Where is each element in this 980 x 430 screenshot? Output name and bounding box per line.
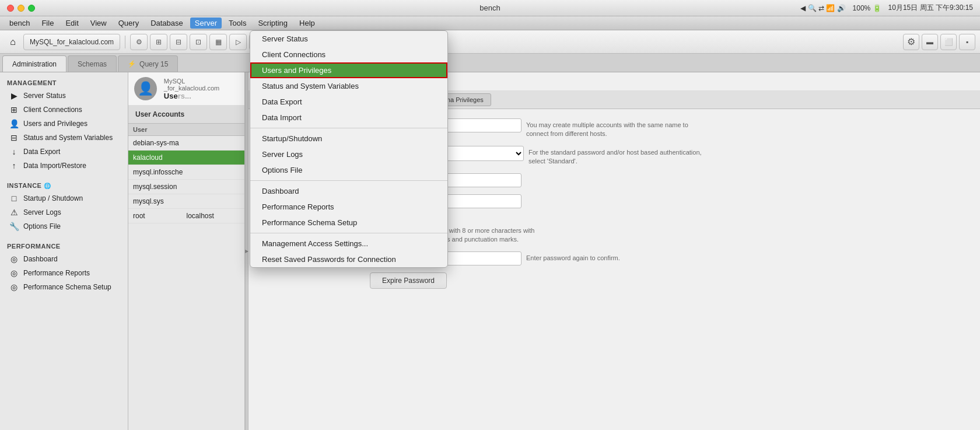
- sidebar-item-dashboard[interactable]: ◎ Dashboard: [0, 252, 128, 266]
- dropdown-status-variables[interactable]: Status and System Variables: [250, 78, 447, 94]
- layout-btn-2[interactable]: ⬜: [940, 34, 957, 50]
- menu-scripting[interactable]: Scripting: [253, 18, 292, 29]
- minimize-button[interactable]: [18, 5, 24, 12]
- sidebar-item-status-variables[interactable]: ⊟ Status and System Variables: [0, 131, 128, 145]
- system-icons: ◀ 🔍 ⇄ 📶 🔊: [800, 4, 845, 12]
- menu-query[interactable]: Query: [114, 18, 144, 29]
- menu-tools[interactable]: Tools: [224, 18, 251, 29]
- dropdown-sep-1: [250, 128, 447, 128]
- sidebar-item-users-privileges[interactable]: 👤 Users and Privileges: [0, 117, 128, 131]
- dropdown-startup-shutdown[interactable]: Startup/Shutdown: [250, 131, 447, 146]
- header-text: MySQL_for_kalacloud.com Users...: [164, 78, 239, 100]
- perf-reports-label: Performance Reports: [23, 269, 90, 277]
- username-kalacloud: kalacloud: [133, 153, 240, 162]
- dropdown-sep-3: [250, 233, 447, 233]
- performance-title: PERFORMANCE: [0, 240, 128, 252]
- query-lightning-icon: ⚡: [128, 60, 136, 68]
- menu-view[interactable]: View: [86, 18, 111, 29]
- dropdown-server-logs[interactable]: Server Logs: [250, 146, 447, 162]
- menubar: bench File Edit View Query Database Serv…: [0, 16, 980, 30]
- dropdown-management-access[interactable]: Management Access Settings...: [250, 236, 447, 251]
- dropdown-options-file[interactable]: Options File: [250, 162, 447, 178]
- dropdown-data-export[interactable]: Data Export: [250, 94, 447, 110]
- toolbar: ⌂ MySQL_for_kalacloud.com ⚙ ⊞ ⊟ ⊡ ▦ ▷ ⬡ …: [0, 30, 980, 54]
- menu-bench[interactable]: bench: [5, 18, 34, 29]
- tab-schemas[interactable]: Schemas: [68, 55, 117, 72]
- connection-selector[interactable]: MySQL_for_kalacloud.com: [23, 34, 120, 50]
- logs-icon: ⚠: [9, 208, 19, 217]
- toolbar-right: ⚙ ▬ ⬜ ▪: [903, 34, 975, 50]
- menu-server[interactable]: Server: [190, 18, 222, 29]
- expire-row: Expire Password: [260, 272, 968, 289]
- menu-file[interactable]: File: [37, 18, 58, 29]
- users-icon: 👤: [9, 119, 19, 128]
- dropdown-dashboard[interactable]: Dashboard: [250, 183, 447, 199]
- user-row-mysql-sys[interactable]: mysql.sys: [128, 194, 244, 209]
- user-accounts-header: User Accounts: [128, 106, 244, 124]
- sidebar-item-data-import[interactable]: ↑ Data Import/Restore: [0, 159, 128, 173]
- toolbar-btn-6[interactable]: ▷: [229, 34, 247, 50]
- menu-database[interactable]: Database: [146, 18, 188, 29]
- instance-title: INSTANCE 🌐: [0, 180, 128, 191]
- user-row-kalacloud[interactable]: kalacloud: [128, 151, 244, 165]
- user-row-debian[interactable]: debian-sys-ma: [128, 136, 244, 151]
- toolbar-btn-3[interactable]: ⊟: [170, 34, 187, 50]
- performance-section: PERFORMANCE ◎ Dashboard ◎ Performance Re…: [0, 236, 128, 296]
- expire-password-button[interactable]: Expire Password: [370, 272, 447, 289]
- username-mysql-info: mysql.infossche: [133, 168, 240, 176]
- dropdown-reset-passwords[interactable]: Reset Saved Passwords for Connection: [250, 251, 447, 267]
- server-status-label: Server Status: [23, 92, 66, 100]
- home-button[interactable]: ⌂: [5, 34, 21, 50]
- user-row-mysql-info[interactable]: mysql.infossche: [128, 165, 244, 180]
- server-status-icon: ▶: [9, 91, 19, 100]
- layout-btn-1[interactable]: ▬: [922, 34, 938, 50]
- toolbar-btn-2[interactable]: ⊞: [150, 34, 167, 50]
- user-col-header: User: [133, 126, 187, 133]
- layout-btn-3[interactable]: ▪: [959, 34, 975, 50]
- dropdown-data-import[interactable]: Data Import: [250, 110, 447, 125]
- traffic-lights[interactable]: [7, 5, 35, 12]
- sidebar-item-data-export[interactable]: ↓ Data Export: [0, 145, 128, 159]
- menu-edit[interactable]: Edit: [61, 18, 83, 29]
- sidebar-item-client-connections[interactable]: ⊞ Client Connections: [0, 103, 128, 117]
- toolbar-separator: [125, 36, 125, 48]
- tab-query15[interactable]: ⚡ Query 15: [118, 55, 178, 72]
- import-icon: ↑: [9, 161, 19, 170]
- client-connections-icon: ⊞: [9, 105, 19, 114]
- sidebar-item-server-logs[interactable]: ⚠ Server Logs: [0, 205, 128, 219]
- close-button[interactable]: [7, 5, 14, 12]
- toolbar-btn-4[interactable]: ⊡: [190, 34, 207, 50]
- auth-type-hint: For the standard password and/or host ba…: [528, 146, 704, 166]
- dropdown-server-status[interactable]: Server Status: [250, 31, 447, 47]
- dropdown-performance-reports[interactable]: Performance Reports: [250, 199, 447, 215]
- user-row-mysql-session[interactable]: mysql.session: [128, 180, 244, 194]
- toolbar-btn-1[interactable]: ⚙: [130, 34, 148, 50]
- host-root: localhost: [187, 212, 240, 220]
- menu-help[interactable]: Help: [295, 18, 320, 29]
- sidebar-item-server-status[interactable]: ▶ Server Status: [0, 89, 128, 103]
- toolbar-btn-5[interactable]: ▦: [209, 34, 227, 50]
- user-row-root[interactable]: root localhost: [128, 209, 244, 223]
- titlebar-right: ◀ 🔍 ⇄ 📶 🔊 100% 🔋 10月15日 周五 下午9:30:15: [800, 3, 973, 13]
- login-name-hint: You may create multiple accounts with th…: [526, 118, 701, 139]
- sidebar-item-options-file[interactable]: 🔧 Options File: [0, 219, 128, 233]
- instance-section: INSTANCE 🌐 □ Startup / Shutdown ⚠ Server…: [0, 175, 128, 236]
- user-list-panel: 👤 MySQL_for_kalacloud.com Users... User …: [128, 72, 245, 430]
- sidebar-item-startup[interactable]: □ Startup / Shutdown: [0, 191, 128, 205]
- dropdown-performance-schema[interactable]: Performance Schema Setup: [250, 215, 447, 230]
- sidebar-item-performance-reports[interactable]: ◎ Performance Reports: [0, 266, 128, 280]
- logs-label: Server Logs: [23, 208, 61, 216]
- dropdown-sep-2: [250, 180, 447, 181]
- import-label: Data Import/Restore: [23, 162, 86, 170]
- management-section: MANAGEMENT ▶ Server Status ⊞ Client Conn…: [0, 72, 128, 175]
- maximize-button[interactable]: [28, 5, 35, 12]
- dropdown-client-connections[interactable]: Client Connections: [250, 47, 447, 62]
- dropdown-users-privileges[interactable]: Users and Privileges: [250, 62, 447, 78]
- connection-label: MySQL_for_kalacloud.com: [30, 38, 114, 46]
- sidebar-item-performance-schema[interactable]: ◎ Performance Schema Setup: [0, 280, 128, 294]
- username-mysql-session: mysql.session: [133, 183, 240, 191]
- startup-label: Startup / Shutdown: [23, 194, 83, 202]
- status-label: Status and System Variables: [23, 134, 113, 142]
- settings-icon-btn[interactable]: ⚙: [903, 34, 919, 50]
- tab-administration[interactable]: Administration: [2, 55, 66, 72]
